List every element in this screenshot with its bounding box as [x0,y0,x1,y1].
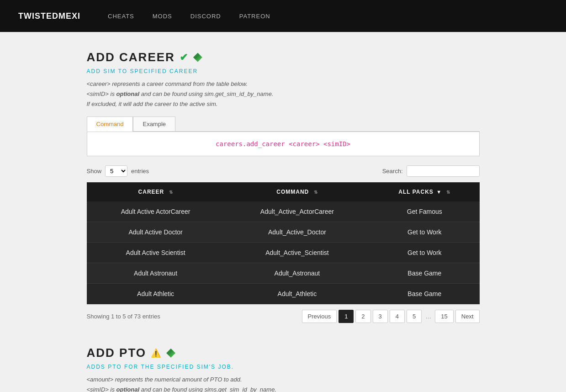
pack-cell: Get Famous [370,201,479,222]
check-icon: ✔ [180,52,189,64]
career-cell: Adult Active ActorCareer [87,201,225,222]
page-15-button[interactable]: 15 [435,310,453,323]
command-tabs: Command Example [87,117,480,132]
packs-dropdown-arrow[interactable]: ▼ [436,189,442,195]
sort-packs-icon[interactable]: ⇅ [446,190,450,195]
search-input[interactable] [407,165,480,177]
add-career-section: ADD CAREER ✔ ADD SIM TO SPECIFIED CAREER… [87,50,480,323]
nav-discord[interactable]: DISCORD [190,13,221,20]
pack-cell: Base Game [370,284,479,304]
page-4-button[interactable]: 4 [390,310,405,323]
add-career-description: <career> represents a career command fro… [87,79,480,109]
search-label: Search: [382,168,403,175]
table-row: Adult Active Doctor Adult_Active_Doctor … [87,222,480,243]
page-1-button[interactable]: 1 [339,310,354,323]
pagination-row: Showing 1 to 5 of 73 entries Previous 1 … [87,310,480,323]
page-ellipsis: … [423,310,433,323]
command-cell: Adult_Active_Scientist [225,243,370,263]
prev-button[interactable]: Previous [302,310,337,323]
showing-text: Showing 1 to 5 of 73 entries [87,313,160,320]
add-career-title: ADD CAREER [87,50,175,64]
pack-cell: Base Game [370,263,479,284]
page-content: ADD CAREER ✔ ADD SIM TO SPECIFIED CAREER… [78,32,489,392]
pto-desc-2: <simID> is optional and can be found usi… [87,386,276,392]
table-row: Adult Astronaut Adult_Astronaut Base Gam… [87,263,480,284]
add-pto-section: ADD PTO ⚠️ ADDS PTO FOR THE SPECIFIED SI… [87,346,480,392]
entries-label: entries [131,168,149,175]
career-cell: Adult Astronaut [87,263,225,284]
add-pto-title: ADD PTO [87,346,147,360]
col-packs: ALL PACKS ▼ ⇅ [370,182,479,201]
command-code-box: careers.add_career <career> <simID> [87,132,480,156]
career-table: CAREER ⇅ COMMAND ⇅ ALL PACKS ▼ ⇅ [87,182,480,304]
nav-patreon[interactable]: PATREON [239,13,270,20]
career-table-body: Adult Active ActorCareer Adult_Active_Ac… [87,201,480,304]
page-2-button[interactable]: 2 [355,310,370,323]
navbar: TWISTEDMEXI CHEATS MODS DISCORD PATREON [0,0,566,32]
col-career: CAREER ⇅ [87,182,225,201]
command-cell: Adult_Athletic [225,284,370,304]
warning-icon: ⚠️ [151,348,162,358]
page-5-button[interactable]: 5 [407,310,422,323]
plumbob-icon [193,53,202,62]
page-3-button[interactable]: 3 [373,310,388,323]
nav-mods[interactable]: MODS [153,13,172,20]
tab-example[interactable]: Example [133,117,175,131]
command-cell: Adult_Active_ActorCareer [225,201,370,222]
plumbob-pto-icon [166,349,175,358]
career-cell: Adult Athletic [87,284,225,304]
table-header-row: CAREER ⇅ COMMAND ⇅ ALL PACKS ▼ ⇅ [87,182,480,201]
add-pto-description: <amount> represents the numerical amount… [87,375,480,392]
show-entries-control: Show 5 10 25 entries [87,165,149,177]
nav-links: CHEATS MODS DISCORD PATREON [108,13,270,20]
table-row: Adult Athletic Adult_Athletic Base Game [87,284,480,304]
pagination: Previous 1 2 3 4 5 … 15 Next [302,310,480,323]
command-cell: Adult_Active_Doctor [225,222,370,243]
table-row: Adult Active ActorCareer Adult_Active_Ac… [87,201,480,222]
add-pto-subtitle: ADDS PTO FOR THE SPECIFIED SIM'S JOB. [87,364,480,370]
col-command: COMMAND ⇅ [225,182,370,201]
next-button[interactable]: Next [455,310,480,323]
sort-career-icon[interactable]: ⇅ [169,190,173,195]
command-cell: Adult_Astronaut [225,263,370,284]
add-career-subtitle: ADD SIM TO SPECIFIED CAREER [87,68,480,74]
desc-line-3: If excluded, it will add the career to t… [87,101,218,107]
career-cell: Adult Active Doctor [87,222,225,243]
command-text: careers.add_career [216,140,289,148]
pto-desc-1: <amount> represents the numerical amount… [87,376,242,383]
show-label: Show [87,168,102,175]
search-control: Search: [382,165,480,177]
table-row: Adult Active Scientist Adult_Active_Scie… [87,243,480,263]
nav-cheats[interactable]: CHEATS [108,13,134,20]
section-title-add-pto: ADD PTO ⚠️ [87,346,480,360]
desc-line-2: <simID> is optional and can be found usi… [87,90,274,97]
brand-logo: TWISTEDMEXI [18,11,80,21]
sort-command-icon[interactable]: ⇅ [314,190,318,195]
desc-line-1: <career> represents a career command fro… [87,80,248,87]
entries-select[interactable]: 5 10 25 [105,165,127,177]
section-title-add-career: ADD CAREER ✔ [87,50,480,64]
tab-command[interactable]: Command [87,117,133,132]
pack-cell: Get to Work [370,243,479,263]
pack-cell: Get to Work [370,222,479,243]
career-cell: Adult Active Scientist [87,243,225,263]
table-controls: Show 5 10 25 entries Search: [87,165,480,177]
